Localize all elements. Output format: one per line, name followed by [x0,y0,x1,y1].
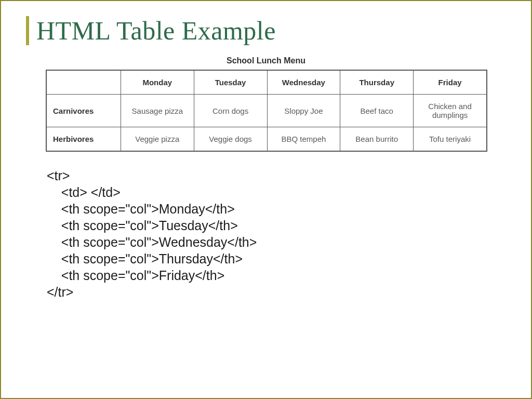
cell: Sloppy Joe [267,95,340,127]
col-header-tuesday: Tuesday [194,70,267,95]
col-header-wednesday: Wednesday [267,70,340,95]
table-row: Herbivores Veggie pizza Veggie dogs BBQ … [46,127,487,152]
code-line: <th scope="col">Friday</th> [47,268,224,283]
table-row: Carnivores Sausage pizza Corn dogs Slopp… [46,95,487,127]
cell: BBQ tempeh [267,127,340,152]
cell: Veggie dogs [194,127,267,152]
cell: Beef taco [340,95,414,127]
col-header-monday: Monday [121,70,194,95]
lunch-menu-table: Monday Tuesday Wednesday Thursday Friday… [46,70,487,152]
cell: Veggie pizza [121,127,194,152]
cell: Corn dogs [194,95,267,127]
cell: Tofu teriyaki [414,127,487,152]
code-line: </tr> [47,285,73,299]
code-line: <th scope="col">Thursday</th> [47,251,243,266]
table-header-row: Monday Tuesday Wednesday Thursday Friday [46,70,487,95]
code-line: <tr> [47,168,70,183]
cell: Sausage pizza [121,95,194,127]
title-accent-bar [26,16,29,45]
slide-frame: HTML Table Example School Lunch Menu Mon… [0,0,532,399]
row-header-herbivores: Herbivores [46,127,121,152]
code-line: <th scope="col">Tuesday</th> [47,218,238,233]
code-line: <td> </td> [47,185,121,200]
slide-title: HTML Table Example [36,16,276,46]
title-bar: HTML Table Example [26,16,506,46]
cell: Chicken and dumplings [414,95,487,127]
table-caption: School Lunch Menu [26,56,506,65]
col-header-thursday: Thursday [340,70,414,95]
col-header-friday: Friday [414,70,487,95]
col-header-blank [46,70,121,95]
code-sample: <tr> <td> </td> <th scope="col">Monday</… [47,167,506,300]
row-header-carnivores: Carnivores [46,95,121,127]
cell: Bean burrito [340,127,414,152]
code-line: <th scope="col">Wednesday</th> [47,235,257,249]
code-line: <th scope="col">Monday</th> [47,202,235,216]
